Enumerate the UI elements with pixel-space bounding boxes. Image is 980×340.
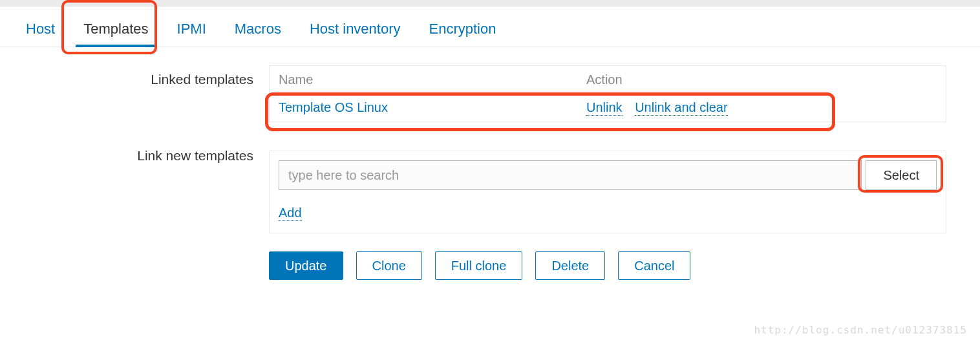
add-link[interactable]: Add (279, 206, 302, 221)
tab-host-inventory[interactable]: Host inventory (295, 12, 415, 47)
template-search-input[interactable] (279, 160, 862, 190)
tab-encryption[interactable]: Encryption (415, 12, 511, 47)
col-header-action: Action (586, 72, 937, 87)
tab-ipmi[interactable]: IPMI (163, 12, 220, 47)
tab-host[interactable]: Host (12, 12, 69, 47)
form-buttons: Update Clone Full clone Delete Cancel (269, 251, 948, 280)
row-linked-templates: Linked templates Name Action Template OS… (0, 65, 980, 122)
label-linked-templates: Linked templates (0, 65, 269, 87)
cancel-button[interactable]: Cancel (618, 251, 690, 280)
table-header: Name Action (270, 66, 946, 94)
clone-button[interactable]: Clone (356, 251, 422, 280)
linked-templates-table: Name Action Template OS Linux Unlink Unl… (269, 65, 946, 122)
full-clone-button[interactable]: Full clone (435, 251, 523, 280)
form-area: Linked templates Name Action Template OS… (0, 47, 980, 298)
col-header-name: Name (279, 72, 586, 87)
template-name-link[interactable]: Template OS Linux (279, 100, 388, 114)
delete-button[interactable]: Delete (535, 251, 605, 280)
tabs-bar: Host Templates IPMI Macros Host inventor… (0, 12, 980, 47)
watermark-text: http://blog.csdn.net/u012373815 (754, 324, 967, 336)
tab-templates[interactable]: Templates (69, 12, 162, 47)
link-new-templates-box: Select Add (269, 151, 946, 233)
unlink-and-clear-link[interactable]: Unlink and clear (635, 100, 727, 116)
table-row: Template OS Linux Unlink Unlink and clea… (270, 94, 946, 122)
select-button[interactable]: Select (866, 160, 937, 190)
label-link-new-templates: Link new templates (0, 142, 269, 164)
update-button[interactable]: Update (269, 251, 343, 280)
row-link-new-templates: Link new templates Select Add Update Clo… (0, 142, 980, 280)
unlink-link[interactable]: Unlink (586, 100, 623, 116)
top-bar (0, 0, 980, 6)
tab-macros[interactable]: Macros (220, 12, 295, 47)
